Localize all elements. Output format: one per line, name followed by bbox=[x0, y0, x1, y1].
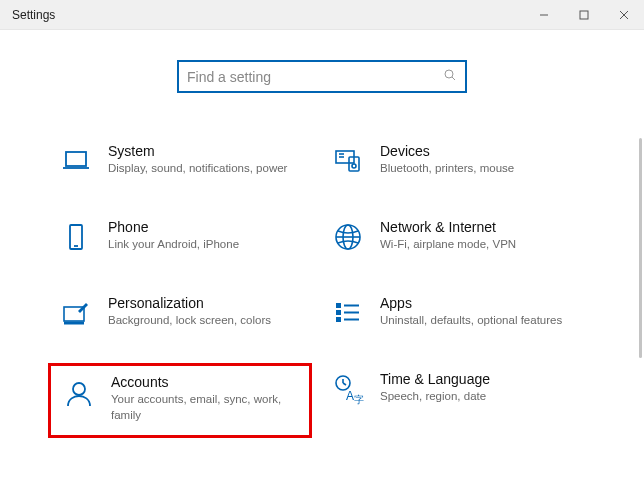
category-desc: Uninstall, defaults, optional features bbox=[380, 313, 574, 329]
category-title: System bbox=[108, 143, 302, 159]
svg-point-4 bbox=[445, 70, 453, 78]
time-language-icon: A字 bbox=[332, 373, 364, 405]
categories-grid: System Display, sound, notifications, po… bbox=[40, 143, 604, 438]
category-devices[interactable]: Devices Bluetooth, printers, mouse bbox=[332, 143, 584, 177]
category-desc: Your accounts, email, sync, work, family bbox=[111, 392, 289, 423]
category-title: Devices bbox=[380, 143, 574, 159]
globe-icon bbox=[332, 221, 364, 253]
svg-text:字: 字 bbox=[354, 394, 364, 405]
titlebar: Settings bbox=[0, 0, 644, 30]
minimize-button[interactable] bbox=[524, 0, 564, 29]
category-desc: Background, lock screen, colors bbox=[108, 313, 302, 329]
category-desc: Bluetooth, printers, mouse bbox=[380, 161, 574, 177]
category-system[interactable]: System Display, sound, notifications, po… bbox=[60, 143, 312, 177]
search-input-box[interactable] bbox=[177, 60, 467, 93]
category-phone[interactable]: Phone Link your Android, iPhone bbox=[60, 219, 312, 253]
phone-icon bbox=[60, 221, 92, 253]
devices-icon bbox=[332, 145, 364, 177]
category-desc: Wi-Fi, airplane mode, VPN bbox=[380, 237, 574, 253]
laptop-icon bbox=[60, 145, 92, 177]
category-desc: Speech, region, date bbox=[380, 389, 574, 405]
category-desc: Link your Android, iPhone bbox=[108, 237, 302, 253]
person-icon bbox=[63, 378, 95, 410]
svg-text:A: A bbox=[346, 389, 354, 403]
content-area: System Display, sound, notifications, po… bbox=[0, 30, 644, 500]
apps-list-icon bbox=[332, 297, 364, 329]
search-input[interactable] bbox=[187, 69, 443, 85]
search-icon bbox=[443, 68, 457, 85]
category-accounts[interactable]: Accounts Your accounts, email, sync, wor… bbox=[48, 363, 312, 438]
maximize-button[interactable] bbox=[564, 0, 604, 29]
svg-point-12 bbox=[352, 164, 356, 168]
window-title: Settings bbox=[0, 8, 55, 22]
category-desc: Display, sound, notifications, power bbox=[108, 161, 302, 177]
category-apps[interactable]: Apps Uninstall, defaults, optional featu… bbox=[332, 295, 584, 329]
svg-line-5 bbox=[452, 77, 455, 80]
svg-line-29 bbox=[343, 383, 346, 385]
personalization-icon bbox=[60, 297, 92, 329]
svg-rect-24 bbox=[337, 318, 340, 321]
category-title: Accounts bbox=[111, 374, 289, 390]
svg-rect-20 bbox=[337, 304, 340, 307]
close-button[interactable] bbox=[604, 0, 644, 29]
svg-rect-6 bbox=[66, 152, 86, 166]
category-title: Personalization bbox=[108, 295, 302, 311]
category-title: Network & Internet bbox=[380, 219, 574, 235]
window-controls bbox=[524, 0, 644, 29]
svg-rect-22 bbox=[337, 311, 340, 314]
svg-rect-1 bbox=[580, 11, 588, 19]
category-title: Apps bbox=[380, 295, 574, 311]
svg-point-26 bbox=[73, 383, 85, 395]
category-personalization[interactable]: Personalization Background, lock screen,… bbox=[60, 295, 312, 329]
category-title: Time & Language bbox=[380, 371, 574, 387]
category-network[interactable]: Network & Internet Wi-Fi, airplane mode,… bbox=[332, 219, 584, 253]
category-title: Phone bbox=[108, 219, 302, 235]
scrollbar[interactable] bbox=[639, 138, 642, 358]
category-time-language[interactable]: A字 Time & Language Speech, region, date bbox=[332, 371, 584, 438]
